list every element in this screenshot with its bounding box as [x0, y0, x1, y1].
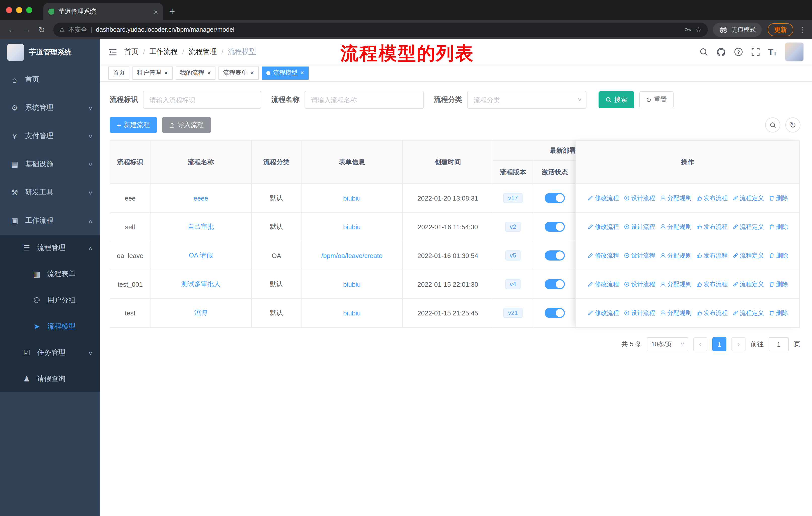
github-icon[interactable] — [716, 47, 726, 57]
sidebar-item-process-form[interactable]: ▥流程表单 — [0, 261, 100, 287]
breadcrumb-item[interactable]: 工作流程 — [149, 47, 178, 56]
sidebar-item-devtools[interactable]: ⚒研发工具∨ — [0, 179, 100, 207]
forward-button[interactable]: → — [20, 25, 33, 34]
action-definition-link[interactable]: 流程定义 — [732, 251, 764, 260]
action-delete-link[interactable]: 删除 — [768, 222, 788, 231]
process-key-input[interactable] — [143, 91, 261, 109]
action-delete-link[interactable]: 删除 — [768, 251, 788, 260]
sidebar-item-user-group[interactable]: ⚇用户分组 — [0, 287, 100, 314]
version-tag[interactable]: v5 — [505, 250, 521, 261]
page-number-current[interactable]: 1 — [712, 337, 726, 351]
version-tag[interactable]: v17 — [504, 193, 523, 203]
action-delete-link[interactable]: 删除 — [768, 194, 788, 202]
toggle-search-button[interactable] — [765, 117, 780, 133]
tag-我的流程[interactable]: 我的流程× — [175, 66, 215, 79]
active-toggle[interactable] — [545, 308, 565, 318]
active-toggle[interactable] — [545, 279, 565, 289]
sidebar-item-system[interactable]: ⚙系统管理∨ — [0, 94, 100, 122]
tag-close-icon[interactable]: × — [164, 70, 168, 76]
action-definition-link[interactable]: 流程定义 — [732, 222, 764, 231]
action-publish-link[interactable]: 发布流程 — [696, 251, 728, 260]
action-definition-link[interactable]: 流程定义 — [732, 194, 764, 202]
version-tag[interactable]: v21 — [504, 308, 523, 318]
form-info-link[interactable]: biubiu — [343, 309, 360, 317]
prev-page-button[interactable]: ‹ — [693, 337, 707, 351]
sidebar-item-process-management[interactable]: ☰流程管理∧ — [0, 235, 100, 261]
action-design-link[interactable]: 设计流程 — [624, 222, 655, 231]
import-process-button[interactable]: 导入流程 — [162, 117, 211, 133]
action-design-link[interactable]: 设计流程 — [624, 309, 655, 317]
action-edit-link[interactable]: 修改流程 — [587, 222, 619, 231]
action-edit-link[interactable]: 修改流程 — [587, 194, 619, 202]
form-info-link[interactable]: /bpm/oa/leave/create — [321, 252, 383, 259]
breadcrumb-item[interactable]: 流程管理 — [189, 47, 217, 56]
process-name-link[interactable]: 滔博 — [194, 308, 207, 318]
action-design-link[interactable]: 设计流程 — [624, 194, 655, 202]
address-bar[interactable]: ⚠ 不安全 | dashboard.yudao.iocoder.cn/bpm/m… — [53, 23, 708, 37]
process-name-link[interactable]: eeee — [194, 194, 208, 202]
tag-租户管理[interactable]: 租户管理× — [133, 66, 172, 79]
process-category-select[interactable] — [467, 91, 586, 109]
browser-menu-icon[interactable]: ⋮ — [799, 25, 806, 34]
action-publish-link[interactable]: 发布流程 — [696, 222, 728, 231]
user-avatar[interactable] — [785, 42, 804, 61]
sidebar-item-infrastructure[interactable]: ▤基础设施∨ — [0, 150, 100, 179]
create-process-button[interactable]: + 新建流程 — [110, 117, 157, 133]
action-assign-link[interactable]: 分配规则 — [660, 194, 691, 202]
refresh-table-button[interactable]: ↻ — [785, 117, 801, 133]
action-design-link[interactable]: 设计流程 — [624, 251, 655, 260]
reload-button[interactable]: ↻ — [35, 25, 48, 34]
reset-button[interactable]: ↻ 重置 — [639, 91, 673, 108]
font-size-icon[interactable]: TT — [768, 48, 777, 56]
process-name-input[interactable] — [304, 91, 424, 109]
new-tab-button[interactable]: + — [169, 6, 175, 16]
sidebar-item-workflow[interactable]: ▣工作流程∧ — [0, 207, 100, 235]
macos-minimize-button[interactable] — [16, 7, 22, 13]
sidebar-logo[interactable]: 芋道管理系统 — [0, 39, 100, 65]
next-page-button[interactable]: › — [731, 337, 746, 351]
browser-tab[interactable]: 芋道管理系统 × — [43, 3, 163, 20]
security-warning-icon[interactable]: ⚠ — [59, 26, 65, 33]
tag-首页[interactable]: 首页 — [108, 66, 129, 79]
search-icon[interactable] — [699, 47, 708, 56]
action-edit-link[interactable]: 修改流程 — [587, 280, 619, 289]
macos-zoom-button[interactable] — [26, 7, 32, 13]
version-tag[interactable]: v4 — [505, 279, 521, 290]
action-edit-link[interactable]: 修改流程 — [587, 251, 619, 260]
help-icon[interactable]: ? — [734, 47, 743, 56]
goto-page-input[interactable] — [769, 337, 789, 351]
tab-close-icon[interactable]: × — [153, 8, 158, 16]
action-publish-link[interactable]: 发布流程 — [696, 194, 728, 202]
tag-流程表单[interactable]: 流程表单× — [219, 66, 259, 79]
active-toggle[interactable] — [545, 193, 565, 203]
active-toggle[interactable] — [545, 222, 565, 232]
active-toggle[interactable] — [545, 250, 565, 261]
form-info-link[interactable]: biubiu — [343, 194, 360, 202]
tag-close-icon[interactable]: × — [300, 70, 304, 76]
action-publish-link[interactable]: 发布流程 — [696, 309, 728, 317]
search-button[interactable]: 搜索 — [599, 91, 634, 108]
process-name-link[interactable]: 测试多审批人 — [181, 280, 221, 289]
bookmark-star-icon[interactable]: ☆ — [695, 26, 702, 34]
tag-close-icon[interactable]: × — [250, 70, 254, 76]
form-info-link[interactable]: biubiu — [343, 280, 360, 288]
action-design-link[interactable]: 设计流程 — [624, 280, 655, 289]
fullscreen-icon[interactable] — [751, 47, 760, 56]
sidebar-item-payment[interactable]: ¥支付管理∨ — [0, 122, 100, 150]
action-delete-link[interactable]: 删除 — [768, 309, 788, 317]
process-name-link[interactable]: OA 请假 — [189, 251, 213, 260]
sidebar-item-task-management[interactable]: ☑任务管理∨ — [0, 340, 100, 366]
action-assign-link[interactable]: 分配规则 — [660, 222, 691, 231]
version-tag[interactable]: v2 — [505, 222, 521, 232]
chrome-update-button[interactable]: 更新 — [768, 23, 793, 36]
sidebar-item-process-model[interactable]: ➤流程模型 — [0, 314, 100, 340]
page-size-select[interactable]: 10条/页 ∨ — [647, 337, 688, 351]
action-definition-link[interactable]: 流程定义 — [732, 280, 764, 289]
tag-close-icon[interactable]: × — [207, 70, 211, 76]
macos-close-button[interactable] — [6, 7, 12, 13]
action-edit-link[interactable]: 修改流程 — [587, 309, 619, 317]
action-publish-link[interactable]: 发布流程 — [696, 280, 728, 289]
password-key-icon[interactable] — [684, 26, 692, 34]
back-button[interactable]: ← — [5, 25, 18, 34]
action-definition-link[interactable]: 流程定义 — [732, 309, 764, 317]
